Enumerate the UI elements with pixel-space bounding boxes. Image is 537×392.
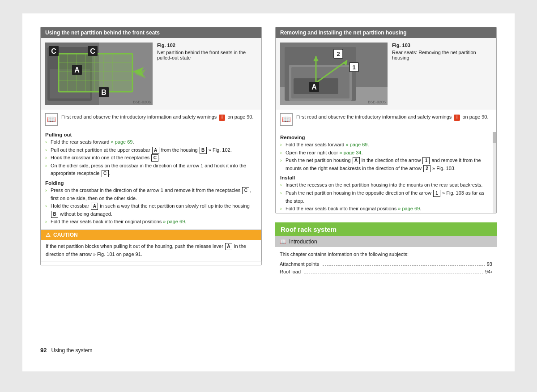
introduction-sub-header: 📖 Introduction [275,236,497,247]
pulling-out-item-3: Hook the crossbar into one of the recept… [45,154,257,162]
folding-item-1: Press on the crossbar in the direction o… [45,187,257,202]
right-figure-caption-text: Rear seats: Removing the net partition h… [392,50,476,60]
pulling-out-list: Fold the rear seats forward » page 69. P… [41,138,261,178]
install-item-2: Push the net partition housing in the op… [280,189,486,205]
right-column: Removing and installing the net partitio… [275,27,497,329]
caution-box: ⚠ CAUTION If the net partition blocks wh… [41,230,261,261]
svg-text:A: A [311,83,317,91]
left-warning-box: 📖 First read and observe the introductor… [41,110,261,129]
install-item-3: Fold the rear seats back into their orig… [280,205,486,213]
book-warning-icon: 📖 [45,113,58,126]
roof-rack-header: Roof rack system [275,222,497,236]
folding-item-2: Hold the crossbar A in such a way that t… [45,202,257,218]
right-warning-text: First read and observe the introductory … [296,113,489,126]
svg-text:B: B [101,89,107,96]
toc-label-2: Roof load [280,269,301,274]
removing-item-3: Push the net partition housing A in the … [280,157,486,172]
right-figure-number: Fig. 103 [392,43,492,48]
left-section-header: Using the net partition behind the front… [41,27,261,38]
right-warning-box: 📖 First read and observe the introductor… [276,110,496,129]
roof-rack-section: Roof rack system 📖 Introduction This cha… [275,216,497,276]
left-figure-caption-text: Net partition behind the front seats in … [157,50,246,60]
toc-page-1: 93 [487,261,492,267]
left-figure-image: C C A B B5E-0206 [45,43,153,105]
removing-install-area: Removing Fold the rear seats forward » p… [276,132,496,213]
left-warning-text: First read and observe the introductory … [61,113,254,126]
left-figure-area: C C A B B5E-0206 [41,38,261,110]
warning-badge-right: i [454,115,460,121]
install-heading: Install [276,175,491,180]
right-figure-caption: Fig. 103 Rear seats: Removing the net pa… [392,43,492,105]
right-section-box: Removing and installing the net partitio… [275,27,497,213]
toc-page-2: 94› [485,269,492,274]
caution-body: If the net partition blocks when pulling… [41,240,261,261]
removing-list: Fold the rear seats forward » page 69. O… [276,141,491,172]
caution-header: ⚠ CAUTION [41,230,261,240]
right-section-header: Removing and installing the net partitio… [276,27,496,38]
removing-link-2[interactable]: » page 34 [339,150,361,155]
removing-item-2: Open the rear right door » page 34. [280,149,486,157]
book-icon-intro: 📖 [280,239,286,245]
svg-text:1: 1 [352,64,355,71]
pulling-out-item-4: On the other side, press on the crossbar… [45,162,257,178]
page-number: 92 [40,347,47,354]
two-column-layout: Using the net partition behind the front… [40,27,497,329]
right-section-title: Removing and installing the net partitio… [280,30,407,36]
toc-row-2: Roof load 94› [275,268,497,275]
pulling-out-item-1: Fold the rear seats forward » page 69. [45,138,257,146]
svg-text:C: C [90,47,95,55]
pulling-out-item-2: Pull out the net partition at the upper … [45,146,257,154]
folding-heading: Folding [41,180,261,186]
install-item-1: Insert the recesses on the net partition… [280,181,486,189]
svg-text:2: 2 [337,51,340,57]
removing-heading: Removing [276,135,491,140]
introduction-label: Introduction [289,239,317,245]
removing-link-1[interactable]: » page 69 [346,142,368,147]
svg-text:A: A [74,66,80,74]
left-figure-caption: Fig. 102 Net partition behind the front … [157,43,257,105]
page: Using the net partition behind the front… [22,13,515,371]
toc-dots-2 [304,268,483,273]
pulling-out-link-1[interactable]: » page 69 [111,139,133,145]
toc-row-1: Attachment points 93 [275,260,497,268]
folding-link[interactable]: » page 69 [163,219,185,224]
left-figure-number: Fig. 102 [157,43,257,48]
pulling-out-heading: Pulling out [41,132,261,137]
install-link[interactable]: » page 69 [398,206,420,211]
svg-rect-4 [59,54,132,92]
right-figure-area: A 1 2 B5E-0205 Fig. 103 Rear seats: Remo… [276,38,496,110]
toc-dots-1 [323,261,485,266]
svg-text:C: C [51,47,56,55]
right-figure-code: B5E-0205 [368,100,386,104]
left-section-box: Using the net partition behind the front… [40,27,262,265]
left-column: Using the net partition behind the front… [40,27,262,329]
warning-badge-left: i [219,115,225,121]
removing-item-1: Fold the rear seats forward » page 69. [280,141,486,149]
toc-label-1: Attachment points [280,261,319,267]
right-scrollbar [493,132,496,213]
removing-install-content: Removing Fold the rear seats forward » p… [276,132,491,213]
folding-item-3: Fold the rear seats back into their orig… [45,218,257,226]
scrollbar-thumb [493,132,496,143]
caution-label: CAUTION [53,232,78,238]
page-section-label: Using the system [51,347,92,354]
left-figure-code: B5E-0206 [133,100,151,104]
install-list: Insert the recesses on the net partition… [276,181,491,213]
folding-list: Press on the crossbar in the direction o… [41,187,261,226]
caution-icon: ⚠ [46,232,51,238]
intro-text: This chapter contains information on the… [275,247,497,260]
page-footer: 92 Using the system [40,343,497,354]
left-section-title: Using the net partition behind the front… [45,30,160,36]
book-warning-icon-right: 📖 [280,113,293,126]
right-figure-image: A 1 2 B5E-0205 [280,43,388,105]
